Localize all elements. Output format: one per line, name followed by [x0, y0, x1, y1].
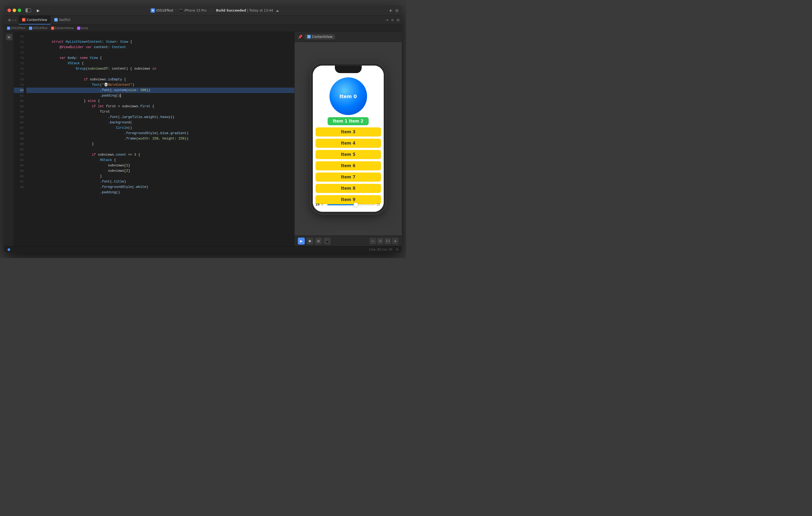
cloud-icon: ☁	[276, 8, 279, 12]
preview-item-3: Item 3	[316, 127, 381, 137]
add-icon[interactable]: +	[388, 7, 393, 13]
preview-canvas: Item 0 Item 1 Item 2 Item 3 Item	[295, 42, 402, 236]
preview-slider-area: 10 0 20	[316, 203, 381, 207]
preview-item-5: Item 5	[316, 150, 381, 159]
slider-max-label: 20	[377, 203, 381, 206]
slider-fill	[327, 204, 356, 205]
preview-toolbar-right: − ⊡ 1:1 +	[370, 238, 399, 244]
main-window: ▶ A iOS18Test › 📱 iPhone 15 Pro | Build …	[4, 5, 402, 253]
code-line-73: var body: some View {	[26, 50, 294, 55]
preview-grid-btn[interactable]: ⊞	[315, 238, 322, 245]
preview-item-12: Item 1 Item 2	[327, 117, 369, 125]
preview-item-5-text: Item 5	[341, 152, 355, 157]
slider-min-label: 0	[321, 203, 326, 206]
code-line-77: if subviews.isEmpty {	[26, 72, 294, 77]
code-lines[interactable]: struct HyListView<Content: View>: View {…	[26, 32, 294, 246]
code-line-91: if subviews.count >= 3 {	[26, 147, 294, 152]
zoom-fit-button[interactable]: ⊡	[377, 238, 383, 244]
divider: |	[211, 8, 212, 12]
zoom-out-button[interactable]: −	[370, 238, 376, 244]
preview-item-6-text: Item 6	[341, 163, 355, 168]
project-bc-icon: A	[7, 27, 10, 30]
folder-bc-icon	[29, 27, 32, 30]
zoom-actual-button[interactable]: 1:1	[384, 238, 391, 244]
slider-track[interactable]	[327, 204, 375, 205]
traffic-lights	[7, 8, 21, 12]
project-icon: A	[151, 8, 155, 12]
iphone-notch	[335, 65, 362, 73]
code-line-70: struct HyListView<Content: View>: View {	[26, 34, 294, 39]
sidebar-icons: ≡	[4, 32, 14, 246]
preview-item-12-text: Item 1 Item 2	[333, 119, 364, 124]
preview-toolbar-left: ▶ ⏹ ⊞ 📱	[298, 238, 330, 245]
sidebar-file-icon[interactable]: ≡	[6, 34, 12, 40]
iphone-mockup: Item 0 Item 1 Item 2 Item 3 Item	[311, 63, 386, 214]
code-content: 70 71 72 73 74 75 76 77 78 79 80 81 82 8…	[14, 32, 294, 246]
build-status: Build Succeeded | Today at 13:44 ☁	[216, 8, 279, 12]
layout-icon[interactable]: ⊞	[395, 8, 399, 12]
preview-item-0: Item 0	[329, 77, 367, 115]
tab-contentview[interactable]: S ContentView	[19, 16, 51, 24]
slider-value-label: 10	[316, 203, 320, 207]
preview-item-8: Item 8	[316, 184, 381, 193]
pin-icon: 📌	[298, 35, 302, 39]
nav-back-icon[interactable]: ‹	[12, 18, 14, 23]
grid-icon[interactable]: ⊞	[8, 18, 11, 22]
separator: ›	[176, 8, 177, 12]
titlebar-center: A iOS18Test › 📱 iPhone 15 Pro | Build Su…	[43, 8, 386, 12]
code-editor[interactable]: 70 71 72 73 74 75 76 77 78 79 80 81 82 8…	[14, 32, 294, 246]
minimize-button[interactable]	[12, 8, 16, 12]
swift-bc-icon: S	[51, 27, 54, 30]
tabbar-right-icons: ⇥ ≡ ⊟	[385, 16, 400, 24]
status-indicator	[7, 248, 10, 251]
list-icon[interactable]: ≡	[391, 18, 394, 22]
preview-item-6: Item 6	[316, 161, 381, 170]
preview-panel: 📌 S ContentView Item 0	[294, 32, 402, 246]
preview-item-4: Item 4	[316, 139, 381, 148]
swiftui-icon: S	[54, 18, 58, 22]
titlebar: ▶ A iOS18Test › 📱 iPhone 15 Pro | Build …	[4, 5, 402, 16]
line-numbers: 70 71 72 73 74 75 76 77 78 79 80 81 82 8…	[14, 32, 26, 246]
preview-item-7: Item 7	[316, 172, 381, 182]
preview-play-btn[interactable]: ▶	[298, 238, 305, 245]
slider-thumb[interactable]	[354, 202, 358, 207]
device-icon: 📱	[179, 8, 183, 12]
breadcrumb-item-file[interactable]: S ContentView	[51, 26, 74, 30]
preview-item-0-text: Item 0	[340, 93, 357, 99]
statusbar-left	[7, 248, 10, 251]
preview-tab-contentview[interactable]: S ContentView	[304, 34, 335, 39]
preview-toolbar: ▶ ⏹ ⊞ 📱 − ⊡ 1:1 +	[295, 236, 402, 246]
body-bc-icon: ⬡	[77, 27, 80, 30]
breadcrumb: A iOS18Test › iOS18Test › S ContentView …	[4, 25, 402, 32]
preview-header: 📌 S ContentView	[295, 32, 402, 42]
preview-item-9-text: Item 9	[341, 197, 355, 202]
preview-item-3-text: Item 3	[341, 130, 355, 134]
statusbar: Line: 80 Col: 35 ⊡	[4, 246, 402, 253]
device-name: 📱 iPhone 15 Pro	[179, 8, 206, 12]
titlebar-right-icons: + ⊞	[388, 7, 399, 13]
preview-tab-icon: S	[307, 35, 311, 38]
iphone-content: Item 0 Item 1 Item 2 Item 3 Item	[313, 75, 384, 212]
zoom-in-button[interactable]: +	[392, 238, 399, 244]
preview-item-4-text: Item 4	[341, 141, 355, 146]
close-button[interactable]	[7, 8, 11, 12]
run-button[interactable]: ▶	[35, 7, 41, 13]
breadcrumb-item-folder[interactable]: iOS18Test	[29, 26, 48, 30]
breadcrumb-item-project[interactable]: A iOS18Test	[7, 26, 26, 30]
split-icon[interactable]: ⊟	[397, 18, 400, 22]
statusbar-position: Line: 80 Col: 35 ⊡	[369, 248, 399, 251]
preview-item-8-text: Item 8	[341, 186, 355, 191]
expand-icon[interactable]: ⇥	[385, 18, 388, 22]
preview-stop-btn[interactable]: ⏹	[307, 238, 313, 245]
main-area: ≡ 70 71 72 73 74 75 76 77 78 79 80 81	[4, 32, 402, 246]
project-name: A iOS18Test	[151, 8, 173, 12]
tabbar: ⊞ ‹ › S ContentView S SwiftUI ⇥ ≡ ⊟	[4, 16, 402, 25]
tab-swiftui[interactable]: S SwiftUI	[51, 16, 74, 24]
iphone-screen: Item 0 Item 1 Item 2 Item 3 Item	[313, 65, 384, 212]
breadcrumb-item-body[interactable]: ⬡ body	[77, 26, 88, 30]
maximize-button[interactable]	[18, 8, 21, 12]
sidebar-toggle-icon[interactable]	[26, 8, 31, 12]
preview-device-btn[interactable]: 📱	[324, 238, 330, 245]
swift-file-icon: S	[22, 18, 26, 22]
nav-forward-icon[interactable]: ›	[15, 18, 17, 23]
